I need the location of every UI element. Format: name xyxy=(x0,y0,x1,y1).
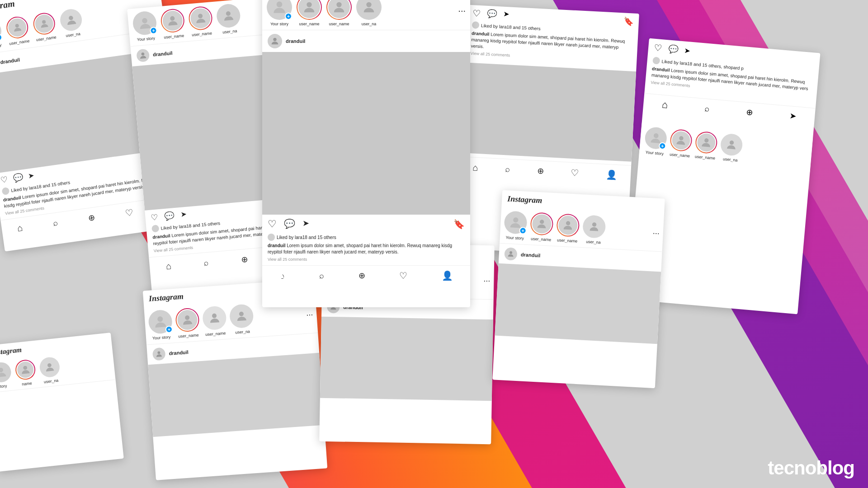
card2-story-your[interactable]: + Your story xyxy=(132,10,158,42)
svg-point-12 xyxy=(336,2,341,7)
card2-share-icon[interactable]: ➤ xyxy=(180,210,187,220)
card6-avatar-3 xyxy=(229,304,254,329)
card4-nav-add[interactable]: ⊕ xyxy=(537,166,544,176)
card3-comment-icon[interactable]: 💬 xyxy=(284,218,295,230)
card8-story-3[interactable]: user_na xyxy=(582,215,606,245)
story-your[interactable]: + Your story xyxy=(0,19,4,50)
nav-add[interactable]: ⊕ xyxy=(88,212,96,223)
card5-your-label: Your story xyxy=(645,150,664,156)
nav-search[interactable]: ⌕ xyxy=(52,218,59,228)
card3-bottom-nav: ⌂ ⌕ ⊕ ♡ 👤 xyxy=(262,265,470,286)
story-user1[interactable]: user_name xyxy=(5,15,30,46)
card8-story-your[interactable]: + Your story xyxy=(504,211,528,241)
card6-story-1[interactable]: user_name xyxy=(175,307,200,338)
card8-post-username: dranduil xyxy=(521,252,656,264)
card8-your-label: Your story xyxy=(505,235,524,240)
card3-label-1: user_name xyxy=(299,22,319,26)
card5-nav-add[interactable]: ⊕ xyxy=(745,107,753,117)
card1-like-icon[interactable]: ♡ xyxy=(0,174,8,185)
card8-more-icon[interactable]: ··· xyxy=(652,228,660,238)
card9-story-1[interactable]: name xyxy=(14,359,38,387)
story-user2[interactable]: user_name xyxy=(32,11,57,42)
card3-bookmark-icon[interactable]: 🔖 xyxy=(453,219,465,230)
card5-nav-send[interactable]: ➤ xyxy=(789,111,797,121)
card3-like-icon[interactable]: ♡ xyxy=(268,218,277,230)
story-user3[interactable]: user_na xyxy=(59,8,84,38)
card3-story-1[interactable]: user_name xyxy=(297,0,322,26)
card4-nav-profile[interactable]: 👤 xyxy=(606,169,618,180)
card4-nav-heart[interactable]: ♡ xyxy=(571,167,579,178)
card1-share-icon[interactable]: ➤ xyxy=(28,171,35,182)
card1-comment-icon[interactable]: 💬 xyxy=(12,173,24,184)
card3-post-username: dranduil xyxy=(286,38,465,44)
card5-stories-sub: + Your story user_name user_name xyxy=(639,122,813,174)
card2-nav-home[interactable]: ⌂ xyxy=(165,261,172,272)
card5-story-1[interactable]: user_name xyxy=(669,129,693,159)
card4-nav-home[interactable]: ⌂ xyxy=(472,162,478,173)
card4-share-icon[interactable]: ➤ xyxy=(503,9,509,21)
card5-like-icon[interactable]: ♡ xyxy=(653,42,662,54)
card8-story-2[interactable]: user_name xyxy=(556,213,580,244)
card6-story-3[interactable]: user_na xyxy=(229,304,254,335)
card2-like-icon[interactable]: ♡ xyxy=(151,212,159,222)
card9-story-2[interactable]: user_na xyxy=(38,356,62,385)
card8-label-2: user_name xyxy=(557,238,577,243)
card3-nav-search[interactable]: ⌕ xyxy=(319,271,324,281)
card7-more-icon[interactable]: ··· xyxy=(483,276,490,285)
card8-story-1[interactable]: user_name xyxy=(529,212,553,242)
card4-comment-icon[interactable]: 💬 xyxy=(487,9,497,20)
card3-post-image xyxy=(262,52,470,215)
card5-share-icon[interactable]: ➤ xyxy=(684,46,691,55)
card4-nav-search[interactable]: ⌕ xyxy=(505,164,510,174)
card3-add-btn[interactable]: + xyxy=(285,13,292,20)
card5-comment-icon[interactable]: 💬 xyxy=(668,44,679,55)
card8-post-avatar xyxy=(504,247,517,260)
svg-point-3 xyxy=(68,15,73,20)
card3-story-2[interactable]: user_name xyxy=(326,0,352,26)
card8-add-btn[interactable]: + xyxy=(519,227,527,235)
card5-story-3[interactable]: user_na xyxy=(719,133,743,163)
card2-add-btn[interactable]: + xyxy=(150,27,157,34)
card4-like-icon[interactable]: ♡ xyxy=(472,8,481,19)
card3-your-label: Your story xyxy=(270,22,288,26)
nav-heart[interactable]: ♡ xyxy=(124,206,134,218)
card2-nav-search[interactable]: ⌕ xyxy=(203,258,209,267)
card6-story-2[interactable]: user_name xyxy=(202,305,227,337)
card3-more-icon[interactable]: ··· xyxy=(458,5,466,16)
story-label-1: user_name xyxy=(9,38,30,46)
card2-nav-add[interactable]: ⊕ xyxy=(241,254,248,264)
card2-story-3[interactable]: user_na xyxy=(216,3,242,35)
card6-add-btn[interactable]: + xyxy=(165,325,173,333)
card3-story-3[interactable]: user_na xyxy=(356,0,382,26)
card6-label-2: user_name xyxy=(205,331,226,337)
card3-nav-add[interactable]: ⊕ xyxy=(359,271,365,281)
card6-more-icon[interactable]: ··· xyxy=(306,310,313,319)
card7-post-image xyxy=(320,317,493,401)
card3-label-3: user_na xyxy=(362,22,377,26)
nav-home[interactable]: ⌂ xyxy=(16,222,23,233)
card2-comment-icon[interactable]: 💬 xyxy=(164,211,175,221)
card5-nav-search[interactable]: ⌕ xyxy=(704,103,710,113)
card5-story-2[interactable]: user_name xyxy=(694,131,718,160)
card3-nav-profile[interactable]: 👤 xyxy=(442,270,453,281)
card6-post-username: dranduil xyxy=(169,341,313,356)
card5-add-btn[interactable]: + xyxy=(659,142,666,150)
card3-story-your[interactable]: + Your story xyxy=(267,0,292,26)
card2-story-1[interactable]: user_name xyxy=(160,8,186,40)
card8-avatar-3 xyxy=(582,215,606,239)
svg-point-6 xyxy=(170,16,175,21)
card5-story-your[interactable]: + Your story xyxy=(644,127,668,156)
svg-point-17 xyxy=(704,138,709,143)
add-story-btn[interactable]: + xyxy=(0,33,3,42)
card2-your-label: Your story xyxy=(137,36,156,42)
card1-logo: Instagram xyxy=(0,0,15,14)
card6-story-your[interactable]: + Your story xyxy=(148,309,173,340)
card6-your-label: Your story xyxy=(152,335,171,341)
card3-share-icon[interactable]: ➤ xyxy=(302,218,309,230)
card9-story-your[interactable]: story xyxy=(0,361,14,390)
card3-view-comments[interactable]: View all 25 comments xyxy=(268,257,465,262)
card3-nav-heart[interactable]: ♡ xyxy=(399,270,407,281)
card5-nav-home[interactable]: ⌂ xyxy=(661,99,669,111)
card4-bookmark-icon[interactable]: 🔖 xyxy=(623,16,633,27)
card2-story-2[interactable]: user_name xyxy=(188,5,214,37)
